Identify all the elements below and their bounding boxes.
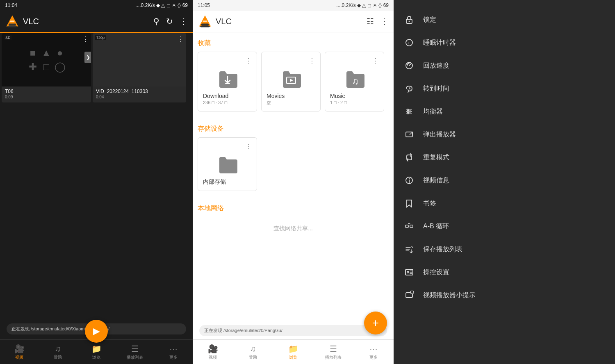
menu-item-tips[interactable]: + 视频播放器小提示 bbox=[394, 284, 615, 307]
nav-playlist-icon-middle: ☰ bbox=[330, 344, 337, 354]
save-playlist-icon bbox=[403, 243, 415, 255]
nav-browse-middle[interactable]: 📁 浏览 bbox=[273, 340, 313, 364]
status-icons-left: ....0.2K/s ◆ △ ◻ ☀ 〈〉 69 bbox=[135, 2, 188, 8]
vlc-cone-icon bbox=[5, 14, 20, 29]
grid-icon[interactable]: ☷ bbox=[367, 16, 374, 26]
more-btn-1[interactable]: ⋮ bbox=[82, 35, 89, 43]
video-row: ■ ▲ ● ✚ □ ◯ SD ⋮ ❯ T06 bbox=[2, 33, 191, 102]
thumbnail-1: ■ ▲ ● ✚ □ ◯ bbox=[2, 33, 91, 86]
menu-item-goto[interactable]: 转到时间 bbox=[394, 77, 615, 100]
vlc-title-middle: VLC bbox=[216, 17, 232, 26]
svg-line-35 bbox=[412, 246, 413, 248]
svg-rect-5 bbox=[201, 23, 209, 25]
folder-more-storage[interactable]: ⋮ bbox=[245, 143, 252, 150]
nav-audio-icon: ♫ bbox=[55, 344, 61, 353]
nav-playlist-middle[interactable]: ☰ 播放列表 bbox=[313, 340, 353, 364]
nav-more-left[interactable]: ⋯ 更多 bbox=[154, 340, 193, 364]
network-section-title: 本地网络 bbox=[198, 198, 389, 217]
nav-playlist-left[interactable]: ☰ 播放列表 bbox=[116, 340, 154, 364]
ig-icon-2: ▲ bbox=[41, 47, 52, 59]
folder-meta-download: 236 □ · 37 □ bbox=[203, 100, 252, 105]
menu-label-tips: 视频播放器小提示 bbox=[423, 291, 476, 300]
svg-point-13 bbox=[409, 21, 410, 22]
video-card-1[interactable]: ■ ▲ ● ✚ □ ◯ SD ⋮ ❯ T06 bbox=[2, 33, 91, 102]
goto-icon bbox=[403, 83, 415, 94]
history-icon[interactable]: ↻ bbox=[166, 16, 173, 26]
menu-item-controls[interactable]: 操控设置 bbox=[394, 261, 615, 284]
search-icon[interactable]: ⚲ bbox=[153, 16, 159, 26]
ig-icon-5: □ bbox=[41, 61, 52, 73]
folder-icon-area-storage bbox=[203, 150, 252, 178]
nav-audio-left[interactable]: ♫ 音频 bbox=[39, 340, 77, 364]
menu-label-sleep: 睡眠计时器 bbox=[423, 39, 456, 47]
menu-item-popup[interactable]: 弹出播放器 bbox=[394, 123, 615, 146]
fab-play-button[interactable]: ▶ bbox=[85, 320, 108, 343]
nav-video-left[interactable]: 🎥 视频 bbox=[0, 340, 39, 364]
nav-audio-middle[interactable]: ♫ 音频 bbox=[233, 340, 273, 364]
nav-browse-label: 浏览 bbox=[92, 355, 100, 360]
folder-icon-area-movies bbox=[266, 65, 315, 93]
menu-item-save-playlist[interactable]: 保存播放列表 bbox=[394, 238, 615, 261]
more-icon[interactable]: ⋮ bbox=[180, 16, 188, 26]
video-duration-1: 0:09 bbox=[5, 95, 88, 99]
menu-item-sleep[interactable]: z 睡眠计时器 bbox=[394, 31, 615, 54]
ab-loop-icon bbox=[403, 221, 415, 232]
ig-icon-6: ◯ bbox=[55, 61, 66, 73]
menu-item-abloop[interactable]: A-B 循环 bbox=[394, 215, 615, 238]
video-title-1: T06 bbox=[5, 89, 88, 94]
svg-rect-7 bbox=[203, 20, 207, 22]
menu-label-goto: 转到时间 bbox=[423, 84, 449, 93]
folder-more-movies[interactable]: ⋮ bbox=[309, 57, 315, 65]
menu-item-equalizer[interactable]: 均衡器 bbox=[394, 100, 615, 123]
menu-label-lock: 锁定 bbox=[423, 16, 436, 24]
folder-download[interactable]: ⋮ Download 236 □ · 37 □ bbox=[198, 52, 257, 111]
menu-label-popup: 弹出播放器 bbox=[423, 130, 456, 139]
bookmark-icon bbox=[403, 198, 415, 209]
folder-internal-storage[interactable]: ⋮ 内部存储 bbox=[198, 137, 257, 191]
folder-more-music[interactable]: ⋮ bbox=[372, 57, 379, 65]
more-icon-middle[interactable]: ⋮ bbox=[380, 16, 389, 26]
folder-name-download: Download bbox=[203, 93, 252, 99]
menu-label-repeat: 重复模式 bbox=[423, 153, 449, 162]
nav-browse-left[interactable]: 📁 浏览 bbox=[77, 340, 116, 364]
folder-name-storage: 内部存储 bbox=[203, 178, 252, 186]
nav-more-label: 更多 bbox=[169, 355, 178, 360]
nav-video-middle[interactable]: 🎥 视频 bbox=[193, 340, 233, 364]
svg-rect-30 bbox=[405, 225, 408, 228]
time-middle: 11:05 bbox=[198, 2, 210, 8]
menu-label-info: 视频信息 bbox=[423, 176, 449, 185]
menu-item-repeat[interactable]: 重复模式 bbox=[394, 146, 615, 169]
menu-label-bookmark: 书签 bbox=[423, 199, 436, 208]
fab-add-button[interactable]: + bbox=[364, 312, 387, 334]
favorites-section-title: 收藏 bbox=[198, 32, 389, 52]
menu-label-abloop: A-B 循环 bbox=[423, 222, 449, 231]
folder-movies[interactable]: ⋮ Movies 空 bbox=[261, 52, 321, 111]
video-section: ■ ▲ ● ✚ □ ◯ SD ⋮ ❯ T06 bbox=[0, 33, 193, 102]
icon-grid: ■ ▲ ● ✚ □ ◯ bbox=[19, 41, 74, 79]
menu-item-bookmark[interactable]: 书签 bbox=[394, 192, 615, 215]
sleep-icon: z bbox=[403, 37, 415, 48]
more-btn-2[interactable]: ⋮ bbox=[178, 35, 184, 43]
menu-label-save-playlist: 保存播放列表 bbox=[423, 245, 462, 254]
discovery-area-middle: 正在发现 /storage/emulated/0/PangGu/ bbox=[193, 322, 394, 339]
video-info-1: T06 0:09 bbox=[2, 86, 91, 102]
nav-more-middle[interactable]: ⋯ 更多 bbox=[353, 340, 394, 364]
nav-more-icon-middle: ⋯ bbox=[369, 344, 378, 354]
nav-video-label-middle: 视频 bbox=[209, 355, 217, 360]
folder-grid: ⋮ Download 236 □ · 37 □ ⋮ bbox=[198, 52, 389, 111]
folder-more-download[interactable]: ⋮ bbox=[245, 57, 252, 65]
speed-icon bbox=[403, 60, 415, 71]
nav-audio-label: 音频 bbox=[54, 354, 62, 360]
nav-more-label-middle: 更多 bbox=[369, 355, 378, 360]
video-card-2[interactable]: 720p ⋮ VID_20220124_110303 0:04 bbox=[93, 33, 186, 102]
badge-720p: 720p bbox=[95, 35, 106, 40]
vlc-title-left: VLC bbox=[23, 17, 39, 26]
nav-audio-icon-middle: ♫ bbox=[250, 344, 256, 353]
local-network-section: 查找网络共享... bbox=[198, 217, 389, 241]
menu-item-speed[interactable]: 回放速度 bbox=[394, 54, 615, 77]
folder-music[interactable]: ⋮ ♫ Music 1 □ · 2 □ bbox=[325, 52, 384, 111]
menu-item-lock[interactable]: 锁定 bbox=[394, 8, 615, 31]
chevron-right-icon[interactable]: ❯ bbox=[84, 52, 91, 63]
menu-item-info[interactable]: 视频信息 bbox=[394, 169, 615, 192]
right-panel-menu: 锁定 z 睡眠计时器 回放速度 bbox=[394, 0, 615, 364]
